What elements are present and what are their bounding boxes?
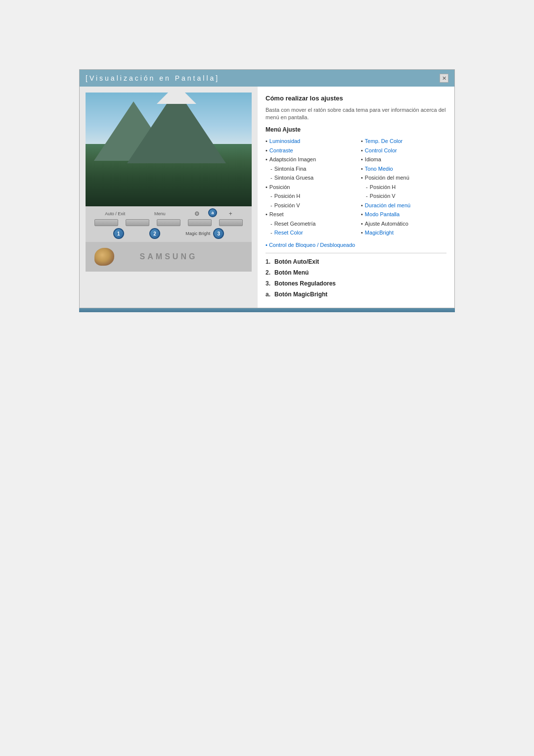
samsung-area: SAMSUNG: [86, 242, 252, 272]
menu-button[interactable]: [126, 219, 149, 226]
main-panel: [Visualización en Pantalla] ✕: [79, 69, 455, 308]
menu-item-luminosidad[interactable]: • Luminosidad: [266, 137, 351, 145]
menu-item-posicion-h-r: - Posición H: [361, 183, 446, 191]
title-bar: [Visualización en Pantalla] ✕: [80, 70, 454, 87]
brand-logo: SAMSUNG: [140, 252, 198, 261]
menu-item-control-color[interactable]: • Control Color: [361, 146, 446, 155]
monitor-screen: [86, 93, 252, 206]
menu-item-modo-pantalla[interactable]: • Modo Pantalla: [361, 210, 446, 219]
menu-item-idioma: • Idioma: [361, 155, 446, 164]
seashell-decoration: [94, 248, 114, 266]
menu-item-reset-color[interactable]: - Reset Color: [266, 229, 351, 237]
numbered-item-1: 1. Botón Auto/Exit: [266, 257, 446, 266]
numbered-item-2: 2. Botón Menú: [266, 268, 446, 277]
menu-item-contraste[interactable]: • Contraste: [266, 146, 351, 155]
page-wrapper: [Visualización en Pantalla] ✕: [0, 0, 534, 756]
menu-item-posicion: • Posición: [266, 183, 351, 191]
mountain-scene: [86, 93, 252, 206]
close-button[interactable]: ✕: [440, 74, 448, 83]
menu-ajuste-title: Menú Ajuste: [266, 125, 446, 134]
menu-item-duracion-menu[interactable]: • Duración del menú: [361, 201, 446, 210]
plus-icon: +: [229, 210, 232, 217]
magic-bright-label: Magic Bright: [185, 231, 210, 236]
circle-1: 1: [113, 228, 124, 239]
circle-3-label: 3: [218, 231, 221, 236]
bottom-bar: [79, 308, 455, 312]
circle-1-label: 1: [117, 231, 120, 236]
btn-label-auto: Auto / Exit: [105, 211, 125, 216]
minus-button[interactable]: [157, 219, 180, 226]
menu-col-right: • Temp. De Color • Control Color • Idiom…: [361, 137, 446, 238]
circle-a-label: a: [211, 210, 214, 215]
menu-item-adaptacion: • Adaptsción Imagen: [266, 155, 351, 164]
auto-exit-button[interactable]: [94, 219, 118, 226]
divider: [266, 253, 446, 253]
menu-item-tono-medio[interactable]: • Tono Medio: [361, 165, 446, 173]
numbered-list: 1. Botón Auto/Exit 2. Botón Menú 3. Boto…: [266, 257, 446, 299]
numbered-item-3: 3. Botones Reguladores: [266, 279, 446, 288]
circle-a: a: [208, 208, 217, 217]
gear-icon: ⚙: [194, 210, 200, 217]
menu-item-reset-geometria: - Reset Geometría: [266, 220, 351, 228]
circle-3: 3: [213, 228, 224, 239]
buttons-section: a Auto / Exit Menu ⚙ +: [86, 206, 252, 242]
menu-columns: • Luminosidad • Contraste • Adaptsción I…: [266, 137, 446, 238]
menu-item-posicion-menu: • Posición del menú: [361, 174, 446, 182]
menu-item-temp-color[interactable]: • Temp. De Color: [361, 137, 446, 145]
info-panel: Cómo realizar los ajustes Basta con move…: [258, 87, 454, 308]
menu-col-left: • Luminosidad • Contraste • Adaptsción I…: [266, 137, 351, 238]
content-area: a Auto / Exit Menu ⚙ +: [80, 87, 454, 308]
circle-2: 2: [149, 228, 160, 239]
numbered-item-a: a. Botón MagicBright: [266, 290, 446, 299]
menu-item-sintonia-gruesa: - Sintonía Gruesa: [266, 174, 351, 182]
menu-item-posicion-v-r: - Posición V: [361, 192, 446, 200]
menu-item-bloqueo[interactable]: • Control de Bloqueo / Desbloqueado: [266, 241, 446, 249]
menu-item-posicion-v: - Posición V: [266, 201, 351, 210]
circle-2-label: 2: [153, 231, 156, 236]
menu-item-reset: • Reset: [266, 210, 351, 219]
menu-item-magicbright[interactable]: • MagicBright: [361, 229, 446, 237]
menu-item-sintonia-fina: - Sintonía Fina: [266, 165, 351, 173]
info-section-title: Cómo realizar los ajustes: [266, 94, 446, 103]
menu-item-ajuste-auto: • Ajuste Automático: [361, 220, 446, 228]
btn-label-menu: Menu: [154, 211, 166, 216]
mountain-snow: [157, 93, 196, 104]
window-title: [Visualización en Pantalla]: [86, 74, 220, 82]
close-icon: ✕: [442, 75, 446, 82]
info-description: Basta con mover el ratón sobre cada tema…: [266, 106, 446, 122]
monitor-area: a Auto / Exit Menu ⚙ +: [80, 87, 258, 308]
settings-button[interactable]: [188, 219, 212, 226]
plus-button[interactable]: [219, 219, 243, 226]
menu-item-posicion-h: - Posición H: [266, 192, 351, 200]
